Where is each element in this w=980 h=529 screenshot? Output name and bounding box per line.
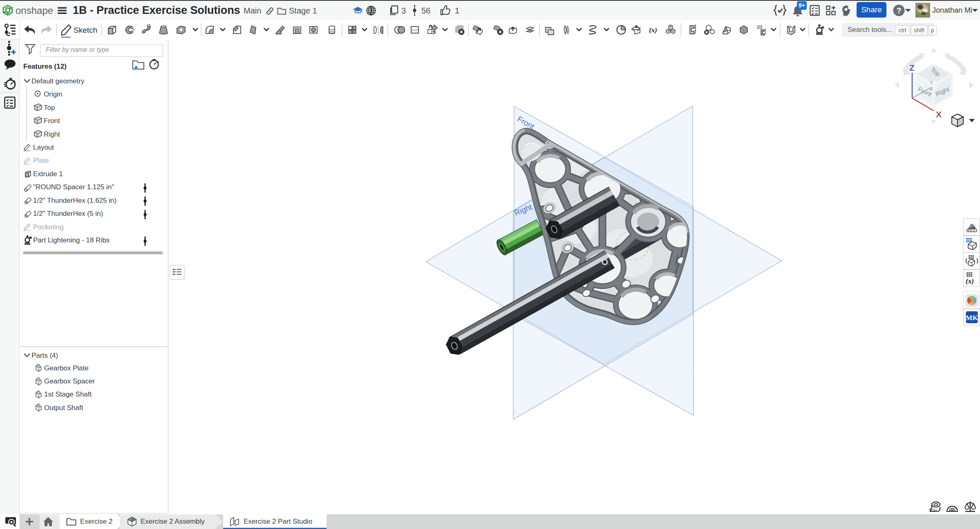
svg-text:Part Lightening - 18 Ribs: Part Lightening - 18 Ribs (33, 236, 110, 244)
svg-text:Output Shaft: Output Shaft (44, 404, 83, 412)
svg-text:Sketch: Sketch (74, 26, 97, 34)
svg-text:MK: MK (966, 314, 978, 322)
svg-text:Parts (4): Parts (4) (31, 352, 58, 359)
svg-text:Z: Z (909, 63, 915, 72)
svg-text:Layout: Layout (33, 143, 54, 151)
svg-text:"ROUND Spacer 1.125 in": "ROUND Spacer 1.125 in" (33, 183, 114, 191)
svg-text:Top: Top (44, 104, 55, 112)
svg-text:Right: Right (44, 130, 60, 138)
svg-text:Y: Y (930, 80, 933, 86)
svg-text:Gearbox Spacer: Gearbox Spacer (44, 377, 95, 385)
svg-text:Front: Front (44, 117, 60, 125)
svg-text:1/2" ThunderHex (5 in): 1/2" ThunderHex (5 in) (33, 210, 103, 217)
svg-text:1st Stage Shaft: 1st Stage Shaft (44, 390, 92, 398)
svg-text:ctrl: ctrl (899, 27, 906, 34)
svg-text:shift: shift (914, 27, 924, 34)
svg-text:(x): (x) (966, 277, 974, 285)
svg-text:Plate: Plate (33, 157, 49, 164)
svg-text:?: ? (896, 6, 901, 15)
svg-text:Search tools...: Search tools... (848, 26, 892, 34)
svg-text:Default geometry: Default geometry (31, 77, 85, 85)
svg-text:X: X (936, 110, 942, 119)
svg-text:1/2" ThunderHex (1.625 in): 1/2" ThunderHex (1.625 in) (33, 197, 116, 204)
svg-text:Pocketing: Pocketing (33, 223, 64, 231)
svg-text:Origin: Origin (44, 90, 62, 98)
svg-text:p: p (931, 27, 934, 34)
svg-text:Features (12): Features (12) (23, 63, 67, 70)
svg-text:Extrude 1: Extrude 1 (33, 170, 63, 178)
svg-text:Gearbox Plate: Gearbox Plate (44, 364, 89, 372)
